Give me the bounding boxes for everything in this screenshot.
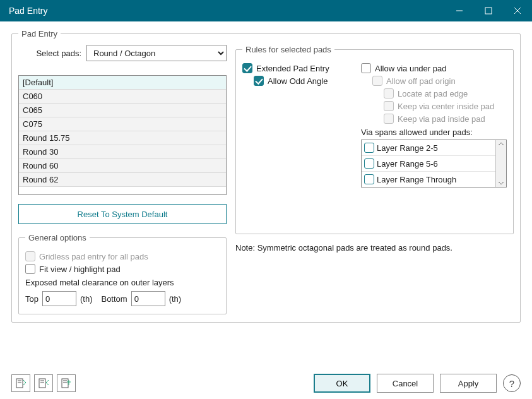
keep-pad-checkbox: Keep via pad inside pad — [384, 114, 507, 124]
fit-view-checkbox[interactable]: Fit view / highlight pad — [25, 264, 220, 274]
checkbox-icon — [25, 251, 35, 261]
checkbox-icon — [372, 76, 382, 86]
allow-via-checkbox[interactable]: Allow via under pad — [361, 63, 507, 73]
svg-rect-4 — [16, 379, 23, 388]
general-options-group: General options Gridless pad entry for a… — [18, 233, 227, 314]
apply-button[interactable]: Apply — [440, 374, 497, 393]
list-item[interactable]: C065 — [19, 104, 226, 117]
bottom-unit: (th) — [169, 294, 182, 304]
svg-rect-1 — [485, 8, 492, 14]
span-item[interactable]: Layer Range Through — [362, 172, 495, 187]
scrollbar[interactable] — [495, 140, 506, 187]
checkbox-icon[interactable] — [361, 63, 371, 73]
extended-pad-checkbox[interactable]: Extended Pad Entry — [242, 63, 350, 73]
span-item[interactable]: Layer Range 2-5 — [362, 140, 495, 156]
bottom-label: Bottom — [101, 294, 127, 304]
ok-button[interactable]: OK — [314, 374, 370, 393]
rules-legend: Rules for selected pads — [242, 45, 334, 54]
pad-entry-group: Pad Entry Select pads: Round / Octagon [… — [11, 29, 521, 323]
window-controls — [445, 0, 532, 21]
tool-icon-1[interactable] — [11, 374, 30, 392]
tool-icon-3[interactable] — [57, 374, 76, 392]
rules-group: Rules for selected pads Extended Pad Ent… — [235, 45, 514, 234]
general-options-legend: General options — [25, 233, 90, 242]
list-item[interactable]: Round 15.75 — [19, 131, 226, 145]
checkbox-icon — [384, 114, 394, 124]
clearance-label: Exposed metal clearance on outer layers — [25, 278, 220, 287]
checkbox-icon[interactable] — [25, 264, 35, 274]
note-text: Note: Symmetric octagonal pads are treat… — [235, 243, 514, 253]
span-item[interactable]: Layer Range 5-6 — [362, 156, 495, 172]
allow-odd-checkbox[interactable]: Allow Odd Angle — [254, 76, 350, 86]
maximize-button[interactable] — [474, 0, 503, 21]
checkbox-icon[interactable] — [242, 63, 252, 73]
checkbox-icon[interactable] — [364, 143, 374, 153]
list-item[interactable]: [Default] — [19, 76, 226, 90]
keep-center-checkbox: Keep via center inside pad — [384, 101, 507, 111]
checkbox-icon — [384, 88, 394, 98]
select-pads-label: Select pads: — [18, 49, 81, 58]
reset-button[interactable]: Reset To System Default — [18, 204, 227, 224]
minimize-button[interactable] — [445, 0, 474, 21]
list-item[interactable]: Round 30 — [19, 145, 226, 159]
top-label: Top — [25, 294, 38, 304]
button-bar: OK Cancel Apply ? — [11, 374, 521, 393]
locate-edge-checkbox: Locate at pad edge — [384, 88, 507, 98]
pad-list[interactable]: [Default] C060 C065 C075 Round 15.75 Rou… — [18, 75, 227, 195]
checkbox-icon — [384, 101, 394, 111]
tool-icon-2[interactable] — [34, 374, 53, 392]
gridless-checkbox: Gridless pad entry for all pads — [25, 251, 220, 261]
top-unit: (th) — [80, 294, 93, 304]
allow-off-checkbox: Allow off pad origin — [372, 76, 507, 86]
via-spans-list[interactable]: Layer Range 2-5 Layer Range 5-6 Layer Ra… — [361, 140, 507, 188]
select-pads-dropdown[interactable]: Round / Octagon — [86, 45, 227, 61]
via-spans-label: Via spans allowed under pads: — [361, 128, 507, 137]
svg-rect-10 — [62, 379, 68, 388]
list-item[interactable]: C075 — [19, 117, 226, 131]
chevron-up-icon[interactable] — [498, 141, 504, 146]
pad-entry-legend: Pad Entry — [18, 29, 61, 39]
checkbox-icon[interactable] — [254, 76, 264, 86]
checkbox-icon[interactable] — [364, 174, 374, 184]
window-title: Pad Entry — [9, 6, 47, 16]
svg-rect-7 — [39, 379, 45, 388]
list-item[interactable]: Round 60 — [19, 159, 226, 173]
list-item[interactable]: Round 62 — [19, 173, 226, 187]
top-input[interactable] — [42, 291, 76, 306]
close-button[interactable] — [503, 0, 532, 21]
list-item[interactable]: C060 — [19, 90, 226, 104]
help-button[interactable]: ? — [503, 374, 521, 392]
title-bar: Pad Entry — [0, 0, 532, 21]
chevron-down-icon[interactable] — [498, 181, 504, 186]
checkbox-icon[interactable] — [364, 158, 374, 169]
bottom-input[interactable] — [131, 291, 165, 306]
cancel-button[interactable]: Cancel — [377, 374, 434, 393]
